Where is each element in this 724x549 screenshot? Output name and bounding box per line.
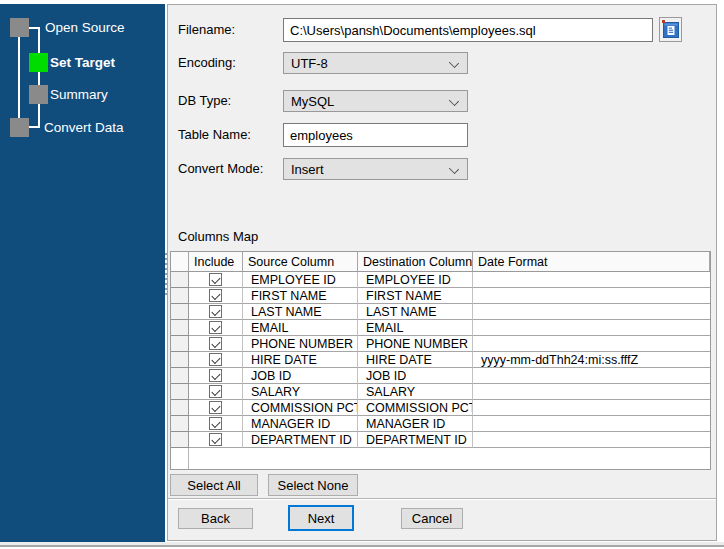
include-cell[interactable] xyxy=(189,352,243,368)
destination-column-cell[interactable]: EMPLOYEE ID xyxy=(358,272,473,288)
row-selector-cell[interactable] xyxy=(171,416,189,432)
columns-map-row[interactable]: FIRST NAME FIRST NAME xyxy=(171,288,710,304)
db-type-select[interactable]: MySQL xyxy=(283,90,468,112)
back-button[interactable]: Back xyxy=(178,508,253,529)
row-selector-cell[interactable] xyxy=(171,384,189,400)
filename-input[interactable]: C:\Users\pansh\Documents\employees.sql xyxy=(283,18,653,42)
columns-map-row[interactable]: COMMISSION PCT COMMISSION PCT xyxy=(171,400,710,416)
include-cell[interactable] xyxy=(189,304,243,320)
source-column-cell[interactable]: SALARY xyxy=(243,384,358,400)
columns-map-row[interactable]: JOB ID JOB ID xyxy=(171,368,710,384)
header-include[interactable]: Include xyxy=(189,252,243,272)
include-cell[interactable] xyxy=(189,416,243,432)
convert-mode-select[interactable]: Insert xyxy=(283,158,468,180)
columns-map-row[interactable]: LAST NAME LAST NAME xyxy=(171,304,710,320)
encoding-select[interactable]: UTF-8 xyxy=(283,52,468,74)
source-column-cell[interactable]: MANAGER ID xyxy=(243,416,358,432)
include-checkbox[interactable] xyxy=(209,337,222,350)
include-checkbox[interactable] xyxy=(209,385,222,398)
next-button[interactable]: Next xyxy=(288,505,354,531)
header-row-selector[interactable] xyxy=(171,252,189,272)
header-source-column[interactable]: Source Column xyxy=(243,252,358,272)
date-format-cell[interactable] xyxy=(473,400,710,416)
step-square-open-source xyxy=(10,18,29,37)
include-checkbox[interactable] xyxy=(209,433,222,446)
destination-column-cell[interactable]: JOB ID xyxy=(358,368,473,384)
include-cell[interactable] xyxy=(189,336,243,352)
date-format-cell[interactable]: yyyy-mm-ddThh24:mi:ss.fffZ xyxy=(473,352,710,368)
source-column-cell[interactable]: COMMISSION PCT xyxy=(243,400,358,416)
include-cell[interactable] xyxy=(189,384,243,400)
tree-line-vertical-inner xyxy=(38,27,40,128)
date-format-cell[interactable] xyxy=(473,288,710,304)
date-format-cell[interactable] xyxy=(473,368,710,384)
columns-map-row[interactable]: DEPARTMENT ID DEPARTMENT ID xyxy=(171,432,710,448)
destination-column-cell[interactable]: COMMISSION PCT xyxy=(358,400,473,416)
date-format-cell[interactable] xyxy=(473,272,710,288)
chevron-down-icon xyxy=(449,96,459,106)
date-format-cell[interactable] xyxy=(473,336,710,352)
destination-column-cell[interactable]: EMAIL xyxy=(358,320,473,336)
include-checkbox[interactable] xyxy=(209,401,222,414)
include-checkbox[interactable] xyxy=(209,321,222,334)
row-selector-cell[interactable] xyxy=(171,352,189,368)
columns-map-row[interactable]: EMPLOYEE ID EMPLOYEE ID xyxy=(171,272,710,288)
destination-column-cell[interactable]: LAST NAME xyxy=(358,304,473,320)
row-selector-cell[interactable] xyxy=(171,320,189,336)
columns-map-row[interactable]: SALARY SALARY xyxy=(171,384,710,400)
browse-file-button[interactable] xyxy=(659,17,682,42)
include-checkbox[interactable] xyxy=(209,369,222,382)
source-column-cell[interactable]: HIRE DATE xyxy=(243,352,358,368)
include-checkbox[interactable] xyxy=(209,305,222,318)
include-cell[interactable] xyxy=(189,368,243,384)
columns-map-row[interactable]: PHONE NUMBER PHONE NUMBER xyxy=(171,336,710,352)
columns-map-grid[interactable]: Include Source Column Destination Column… xyxy=(170,251,711,470)
include-checkbox[interactable] xyxy=(209,273,222,286)
button-bar-divider xyxy=(168,498,716,500)
destination-column-cell[interactable]: DEPARTMENT ID xyxy=(358,432,473,448)
source-column-cell[interactable]: FIRST NAME xyxy=(243,288,358,304)
grid-row-header-filler xyxy=(171,448,189,469)
source-column-cell[interactable]: EMAIL xyxy=(243,320,358,336)
include-cell[interactable] xyxy=(189,400,243,416)
select-all-button[interactable]: Select All xyxy=(170,474,258,496)
header-destination-column[interactable]: Destination Column xyxy=(358,252,473,272)
source-column-cell[interactable]: JOB ID xyxy=(243,368,358,384)
destination-column-cell[interactable]: SALARY xyxy=(358,384,473,400)
select-none-button[interactable]: Select None xyxy=(268,474,358,496)
include-checkbox[interactable] xyxy=(209,289,222,302)
destination-column-cell[interactable]: PHONE NUMBER xyxy=(358,336,473,352)
include-cell[interactable] xyxy=(189,432,243,448)
row-selector-cell[interactable] xyxy=(171,304,189,320)
include-cell[interactable] xyxy=(189,288,243,304)
source-column-cell[interactable]: EMPLOYEE ID xyxy=(243,272,358,288)
row-selector-cell[interactable] xyxy=(171,400,189,416)
destination-column-cell[interactable]: HIRE DATE xyxy=(358,352,473,368)
columns-map-row[interactable]: HIRE DATE HIRE DATE yyyy-mm-ddThh24:mi:s… xyxy=(171,352,710,368)
date-format-cell[interactable] xyxy=(473,432,710,448)
columns-map-row[interactable]: MANAGER ID MANAGER ID xyxy=(171,416,710,432)
include-cell[interactable] xyxy=(189,272,243,288)
source-column-cell[interactable]: DEPARTMENT ID xyxy=(243,432,358,448)
date-format-cell[interactable] xyxy=(473,416,710,432)
date-format-cell[interactable] xyxy=(473,304,710,320)
columns-map-row[interactable]: EMAIL EMAIL xyxy=(171,320,710,336)
cancel-button[interactable]: Cancel xyxy=(401,508,463,529)
row-selector-cell[interactable] xyxy=(171,336,189,352)
source-column-cell[interactable]: LAST NAME xyxy=(243,304,358,320)
date-format-cell[interactable] xyxy=(473,384,710,400)
include-checkbox[interactable] xyxy=(209,417,222,430)
table-name-input[interactable]: employees xyxy=(283,123,468,147)
include-checkbox[interactable] xyxy=(209,353,222,366)
destination-column-cell[interactable]: FIRST NAME xyxy=(358,288,473,304)
source-column-cell[interactable]: PHONE NUMBER xyxy=(243,336,358,352)
destination-column-cell[interactable]: MANAGER ID xyxy=(358,416,473,432)
row-selector-cell[interactable] xyxy=(171,368,189,384)
row-selector-cell[interactable] xyxy=(171,272,189,288)
include-cell[interactable] xyxy=(189,320,243,336)
row-selector-cell[interactable] xyxy=(171,288,189,304)
row-selector-cell[interactable] xyxy=(171,432,189,448)
date-format-cell[interactable] xyxy=(473,320,710,336)
splitter-grip-dots xyxy=(165,253,167,297)
header-date-format[interactable]: Date Format xyxy=(473,252,710,272)
